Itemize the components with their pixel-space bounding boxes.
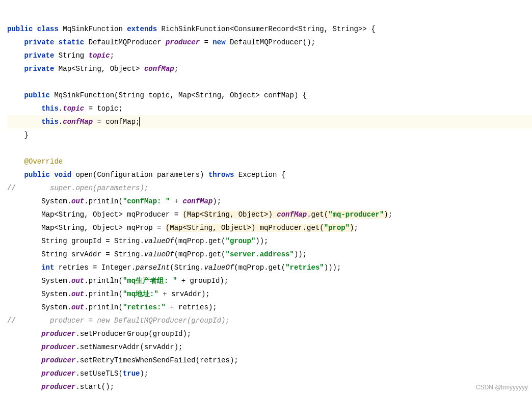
code-line: int retries = Integer.parseInt(String.va… xyxy=(7,263,341,272)
code-line: private Map<String, Object> confMap; xyxy=(7,65,178,73)
code-line: public class MqSinkFunction extends Rich… xyxy=(7,25,376,33)
code-line: public void open(Configuration parameter… xyxy=(7,171,285,179)
code-line: private static DefaultMQProducer produce… xyxy=(7,38,315,46)
code-editor[interactable]: public class MqSinkFunction extends Rich… xyxy=(0,0,532,396)
code-line: @Override xyxy=(7,157,63,166)
code-line: producer.setProducerGroup(groupId); xyxy=(7,330,191,338)
code-line: this.topic = topic; xyxy=(7,104,123,113)
code-line: System.out.println("retries:" + retries)… xyxy=(7,303,217,311)
code-line: System.out.println("confMap: " + confMap… xyxy=(7,197,221,205)
blank-line xyxy=(7,144,11,152)
code-line: // producer = new DefaultMQProducer(grou… xyxy=(7,316,230,325)
code-line: System.out.println("mq地址:" + srvAddr); xyxy=(7,290,210,298)
blank-line xyxy=(7,78,11,86)
code-line: Map<String, Object> mqProp = (Map<String… xyxy=(7,224,358,232)
code-line: String groupId = String.valueOf(mqProp.g… xyxy=(7,237,269,245)
code-line: producer.setUseTLS(true); xyxy=(7,369,148,378)
code-line: // super.open(parameters); xyxy=(7,184,148,192)
code-line: producer.start(); xyxy=(7,383,114,391)
text-caret xyxy=(139,117,140,126)
code-line: public MqSinkFunction(String topic, Map<… xyxy=(7,91,307,99)
code-line: } xyxy=(7,131,29,139)
code-line: producer.setRetryTimesWhenSendFailed(ret… xyxy=(7,356,238,364)
code-line: String srvAddr = String.valueOf(mqProp.g… xyxy=(7,250,307,258)
code-line: producer.setNamesrvAddr(srvAddr); xyxy=(7,343,182,351)
watermark-text: CSDN @bmyyyyyy xyxy=(476,381,528,394)
code-line: Map<String, Object> mqProducer = (Map<St… xyxy=(7,210,392,219)
code-line-highlighted: this.confMap = confMap; xyxy=(7,115,532,128)
code-line: private String topic; xyxy=(7,51,114,60)
code-line: System.out.println("mq生产者组: " + groupId)… xyxy=(7,277,228,285)
